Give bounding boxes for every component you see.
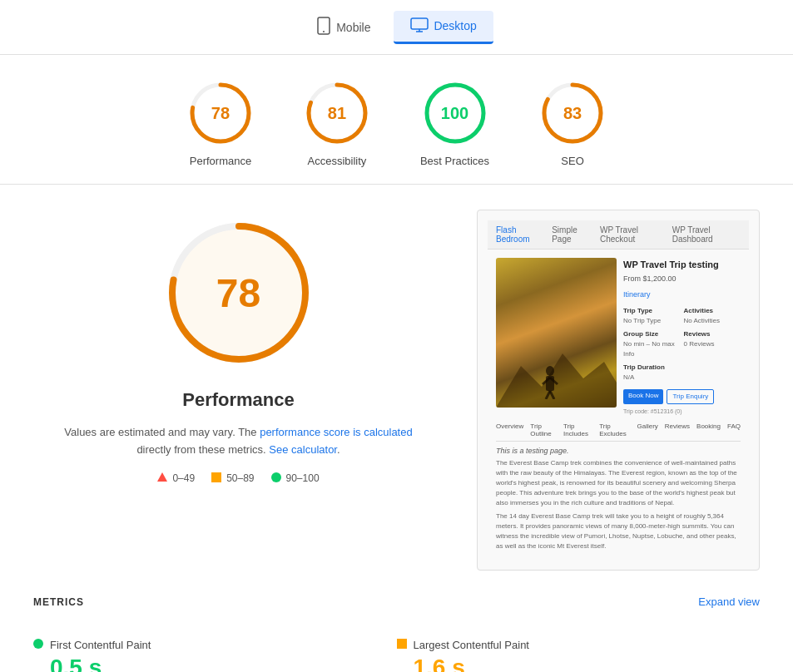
metrics-title: METRICS <box>33 596 84 608</box>
svg-point-26 <box>33 639 43 649</box>
perf-description: Values are estimated and may vary. The p… <box>64 424 414 459</box>
scores-row: 78 Performance 81 Accessibility 100 Best… <box>0 55 793 185</box>
pass-icon <box>271 472 281 485</box>
fcp-label: First Contentful Paint <box>50 639 151 651</box>
svg-rect-17 <box>211 472 221 482</box>
tab-desktop[interactable]: Desktop <box>394 11 493 44</box>
metric-lcp: Largest Contentful Paint 1.6 s <box>397 625 761 672</box>
right-panel: Flash Bedroom Simple Page WP Travel Chec… <box>477 210 760 571</box>
perf-score-link[interactable]: performance score is calculated <box>260 426 413 438</box>
screenshot-content: WP Travel Trip testing From $1,200.00 It… <box>488 250 749 560</box>
seo-score: 83 <box>563 104 582 123</box>
mobile-icon <box>316 17 331 37</box>
svg-marker-16 <box>157 472 167 482</box>
seo-gauge: 83 <box>539 80 606 146</box>
lcp-icon <box>397 638 407 651</box>
big-score-value: 78 <box>216 270 260 316</box>
desc-start: Values are estimated and may vary. The <box>64 426 260 438</box>
accessibility-label: Accessibility <box>308 155 367 167</box>
desktop-icon <box>410 17 429 35</box>
tab-mobile-label: Mobile <box>336 21 370 34</box>
svg-point-1 <box>323 31 325 32</box>
big-performance-gauge: 78 <box>156 210 322 376</box>
metric-fcp: First Contentful Paint 0.5 s <box>33 625 397 672</box>
metrics-header: METRICS Expand view <box>33 595 760 608</box>
screenshot-price: From $1,200.00 <box>623 274 741 285</box>
fcp-name-row: First Contentful Paint <box>33 638 397 651</box>
metrics-section: METRICS Expand view First Contentful Pai… <box>0 595 793 672</box>
metrics-grid: First Contentful Paint 0.5 s Largest Con… <box>33 625 760 672</box>
lcp-value: 1.6 s <box>414 655 761 672</box>
desc-mid: directly from these metrics. <box>136 443 269 456</box>
svg-rect-27 <box>397 639 407 649</box>
tab-mobile[interactable]: Mobile <box>300 10 387 44</box>
desc-end: . <box>337 443 340 456</box>
fail-icon <box>157 472 167 484</box>
header-item-1: Flash Bedroom <box>496 225 543 244</box>
fcp-value: 0.5 s <box>50 655 397 672</box>
best-practices-label: Best Practices <box>420 155 489 167</box>
legend-pass: 90–100 <box>271 472 320 485</box>
score-seo[interactable]: 83 SEO <box>539 80 606 167</box>
legend-fail: 0–49 <box>157 472 195 484</box>
header-item-2: Simple Page <box>552 225 592 244</box>
svg-point-18 <box>271 472 281 482</box>
accessibility-score: 81 <box>328 104 346 123</box>
performance-score: 78 <box>211 104 230 123</box>
svg-line-25 <box>550 391 554 399</box>
header-item-4: WP Travel Dashboard <box>672 225 741 244</box>
legend-average-label: 50–89 <box>226 472 254 484</box>
legend-row: 0–49 50–89 90–100 <box>157 472 319 485</box>
screenshot-box: Flash Bedroom Simple Page WP Travel Chec… <box>477 210 760 571</box>
header-item-3: WP Travel Checkout <box>600 225 664 244</box>
seo-label: SEO <box>561 155 583 167</box>
legend-fail-label: 0–49 <box>172 472 195 484</box>
expand-view-button[interactable]: Expand view <box>698 595 760 608</box>
legend-pass-label: 90–100 <box>286 472 320 484</box>
screenshot-trip-title: WP Travel Trip testing <box>623 258 741 272</box>
legend-average: 50–89 <box>211 472 254 485</box>
screenshot-itinerary: Itinerary <box>623 289 741 301</box>
fcp-icon <box>33 638 43 651</box>
accessibility-gauge: 81 <box>304 80 370 146</box>
screenshot-header: Flash Bedroom Simple Page WP Travel Chec… <box>488 220 749 250</box>
performance-label: Performance <box>190 155 251 167</box>
perf-title: Performance <box>182 389 295 411</box>
score-accessibility[interactable]: 81 Accessibility <box>304 80 370 167</box>
tab-desktop-label: Desktop <box>434 19 476 32</box>
lcp-label: Largest Contentful Paint <box>414 639 529 651</box>
left-panel: 78 Performance Values are estimated and … <box>33 210 444 571</box>
calculator-link[interactable]: See calculator <box>269 443 337 456</box>
tab-bar: Mobile Desktop <box>0 0 793 55</box>
score-performance[interactable]: 78 Performance <box>187 80 254 167</box>
average-icon <box>211 472 221 485</box>
lcp-name-row: Largest Contentful Paint <box>397 638 761 651</box>
score-best-practices[interactable]: 100 Best Practices <box>420 80 489 167</box>
main-content: 78 Performance Values are estimated and … <box>0 185 793 595</box>
svg-rect-2 <box>411 18 428 29</box>
performance-gauge: 78 <box>187 80 254 146</box>
svg-point-20 <box>546 366 554 376</box>
best-practices-gauge: 100 <box>422 80 488 146</box>
best-practices-score: 100 <box>441 104 468 123</box>
